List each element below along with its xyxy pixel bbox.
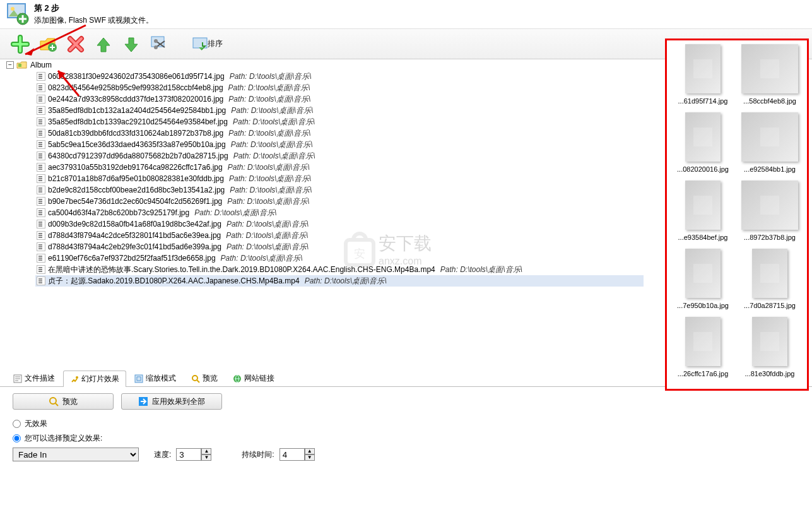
thumbnail-label: ...082020016.jpg: [671, 165, 734, 173]
no-effect-radio[interactable]: [13, 420, 21, 428]
svg-rect-13: [760, 128, 779, 146]
svg-rect-24: [135, 375, 143, 383]
effect-dropdown[interactable]: Fade In: [13, 448, 139, 461]
thumbnail-item[interactable]: ...e92584bb1.jpg: [738, 112, 801, 173]
preview-button[interactable]: 预览: [13, 393, 114, 410]
speed-up[interactable]: ▲: [201, 448, 211, 454]
thumbnail-item[interactable]: ...8972b37b8.jpg: [738, 181, 801, 241]
expander-icon[interactable]: −: [6, 61, 14, 69]
delete-button[interactable]: [64, 33, 87, 56]
file-path: Path: D:\tools\桌面\音乐\: [233, 151, 315, 162]
svg-rect-15: [760, 196, 779, 215]
file-row[interactable]: 50da81cb39dbb6fdcd33fd310624ab18972b37b8…: [35, 128, 644, 139]
file-icon: [37, 129, 45, 138]
file-row[interactable]: 贞子：起源.Sadako.2019.BD1080P.X264.AAC.Japan…: [35, 275, 644, 287]
thumbnail-label: ...e93584bef.jpg: [671, 234, 734, 241]
file-name: b90e7bec54e736d1dc2ec60c94504fc2d56269f1…: [48, 197, 222, 206]
file-path: Path: D:\tools\桌面\音乐\: [227, 196, 309, 207]
tab-3[interactable]: 预览: [184, 370, 225, 386]
file-row[interactable]: d788d43f8794a4c2eb29fe3c01f41bd5ad6e399a…: [35, 241, 644, 252]
file-icon: [37, 186, 45, 194]
file-icon: [37, 231, 45, 240]
file-row[interactable]: e61190ef76c6a7ef9372bd25f2faaf51f3de6658…: [35, 252, 644, 264]
thumbnail-item[interactable]: ...61d95f714.jpg: [671, 44, 734, 105]
file-name: 在黑暗中讲述的恐怖故事.Scary.Stories.to.Tell.in.the…: [48, 264, 435, 275]
thumbnail-image: [685, 112, 721, 162]
thumbnail-image: [685, 181, 721, 230]
crop-button[interactable]: [148, 33, 170, 56]
duration-down[interactable]: ▼: [305, 454, 315, 461]
svg-rect-14: [693, 196, 712, 215]
file-name: 0823dd54564e9258b95c9ef99382d158ccbf4eb8…: [48, 83, 223, 92]
file-row[interactable]: b90e7bec54e736d1dc2ec60c94504fc2d56269f1…: [35, 196, 644, 207]
file-row[interactable]: b2de9c82d158ccbf00beae2d16d8bc3eb13541a2…: [35, 184, 644, 196]
thumbnail-image: [741, 44, 798, 93]
thumbnail-item[interactable]: ...e93584bef.jpg: [671, 181, 734, 241]
file-path: Path: D:\tools\桌面\音乐\: [227, 242, 309, 252]
svg-rect-18: [693, 332, 712, 351]
file-icon: [37, 174, 45, 183]
file-row[interactable]: 0e2442a7d933c8958cddd37fde1373f082020016…: [35, 93, 644, 105]
thumbnail-label: ...7d0a28715.jpg: [738, 302, 801, 309]
svg-rect-11: [760, 59, 779, 78]
tab-2[interactable]: 缩放模式: [127, 370, 183, 386]
move-down-button[interactable]: [120, 33, 143, 56]
thumbnail-image: [685, 249, 721, 298]
svg-rect-19: [760, 332, 779, 351]
file-path: Path: D:\tools\桌面\音乐\: [233, 117, 315, 128]
move-up-button[interactable]: [92, 33, 115, 56]
file-path: Path: D:\tools\桌面\音乐\: [231, 105, 313, 116]
tree-root-node[interactable]: − Album: [6, 61, 644, 69]
file-name: b21c8701a18b87d6af95e01b080828381e30fddb…: [48, 174, 224, 183]
thumbnail-image: [741, 181, 798, 230]
speed-input[interactable]: [176, 448, 201, 461]
file-row[interactable]: 在黑暗中讲述的恐怖故事.Scary.Stories.to.Tell.in.the…: [35, 264, 644, 275]
svg-point-27: [50, 398, 56, 404]
wizard-step-header: 第 2 步 添加图像, Flash SWF 或视频文件。: [0, 0, 812, 29]
file-path: Path: D:\tools\桌面\音乐\: [305, 276, 387, 287]
thumbnail-image: [752, 317, 787, 366]
file-row[interactable]: ca5004d63f4a72b8c620bb73c925179f.jpgPath…: [35, 207, 644, 218]
duration-up[interactable]: ▲: [305, 448, 315, 454]
sort-button[interactable]: 排序: [188, 33, 227, 56]
file-path: Path: D:\tools\桌面\音乐\: [440, 264, 522, 275]
tab-1[interactable]: 幻灯片效果: [63, 371, 126, 387]
file-icon: [37, 265, 45, 274]
file-row[interactable]: 35a85edf8db1cb1339ac29210d254564e93584be…: [35, 116, 644, 128]
file-path: Path: D:\tools\桌面\音乐\: [230, 185, 312, 196]
duration-input[interactable]: [279, 448, 305, 461]
thumbnail-item[interactable]: ...81e30fddb.jpg: [738, 317, 801, 377]
file-name: e61190ef76c6a7ef9372bd25f2faaf51f3de6658…: [48, 254, 216, 263]
thumbnail-image: [741, 112, 798, 162]
file-row[interactable]: 64380cd7912397dd96da88075682b2b7d0a28715…: [35, 150, 644, 162]
thumbnail-item[interactable]: ...26cffc17a6.jpg: [671, 317, 734, 377]
file-row[interactable]: aec379310a55b3192deb91764ca98226cffc17a6…: [35, 162, 644, 173]
file-row[interactable]: d009b3de9c82d158a0fb41a68f0a19d8bc3e42af…: [35, 218, 644, 230]
speed-down[interactable]: ▼: [201, 454, 211, 461]
file-path: Path: D:\tools\桌面\音乐\: [228, 94, 310, 105]
file-row[interactable]: 35a85edf8db1cb132a1a2404d254564e92584bb1…: [35, 105, 644, 116]
file-icon: [37, 83, 45, 92]
thumbnail-item[interactable]: ...082020016.jpg: [671, 112, 734, 173]
add-file-button[interactable]: [9, 33, 32, 56]
file-row[interactable]: 060828381f30e9243602d73543086e061d95f714…: [35, 71, 644, 82]
file-icon: [37, 72, 45, 81]
file-row[interactable]: d788d43f8794a4c2dce5f32801f41bd5ac6e39ea…: [35, 230, 644, 241]
svg-rect-9: [18, 64, 21, 67]
add-folder-button[interactable]: [37, 33, 59, 56]
tab-4[interactable]: 网站链接: [226, 370, 281, 386]
file-row[interactable]: 0823dd54564e9258b95c9ef99382d158ccbf4eb8…: [35, 82, 644, 93]
file-row[interactable]: b21c8701a18b87d6af95e01b080828381e30fddb…: [35, 173, 644, 184]
apply-all-button[interactable]: 应用效果到全部: [121, 393, 222, 410]
thumbnail-item[interactable]: ...7d0a28715.jpg: [738, 249, 801, 309]
thumbnail-item[interactable]: ...58ccbf4eb8.jpg: [738, 44, 801, 105]
thumbnail-label: ...61d95f714.jpg: [671, 97, 734, 105]
svg-rect-10: [693, 59, 712, 78]
thumbnail-item[interactable]: ...7e950b10a.jpg: [671, 249, 734, 309]
svg-rect-12: [693, 128, 712, 146]
file-row[interactable]: 5ab5c9ea15ce36d33daed43635f33a87e950b10a…: [35, 139, 644, 150]
preset-effect-radio[interactable]: [13, 434, 21, 442]
file-icon: [37, 220, 45, 228]
thumbnail-panel[interactable]: ...61d95f714.jpg...58ccbf4eb8.jpg...0820…: [665, 39, 809, 391]
tab-0[interactable]: 文件描述: [6, 370, 62, 386]
